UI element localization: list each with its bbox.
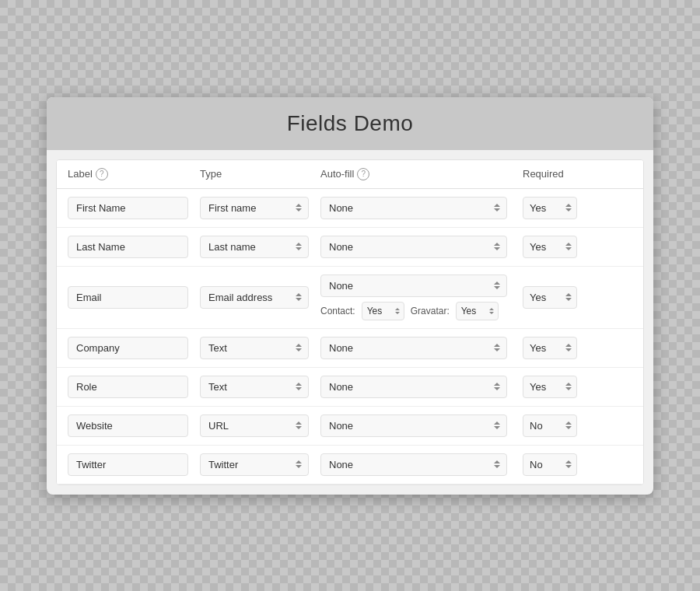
label-cell-company	[68, 337, 200, 359]
autofill-select-website[interactable]: None	[320, 414, 507, 437]
autofill-select-role[interactable]: None	[320, 376, 507, 398]
table-row: First name Last name Email address Text …	[57, 228, 643, 267]
type-select-email[interactable]: First name Last name Email address Text …	[200, 286, 309, 309]
gravatar-select[interactable]: Yes No	[456, 302, 499, 320]
autofill-select-email[interactable]: None	[320, 275, 507, 297]
required-cell-last-name: Yes No	[523, 236, 589, 258]
table-row: First name Last name Email address Text …	[57, 267, 643, 329]
autofill-select-last-name[interactable]: None	[320, 236, 507, 258]
type-cell-first-name: First name Last name Email address Text …	[200, 197, 320, 219]
label-cell-website	[68, 414, 200, 437]
col-header-required: Required	[523, 168, 589, 180]
label-input-company[interactable]	[68, 337, 188, 359]
type-cell-email: First name Last name Email address Text …	[200, 286, 320, 309]
type-cell-last-name: First name Last name Email address Text …	[200, 236, 320, 258]
label-input-website[interactable]	[68, 414, 188, 437]
type-select-website[interactable]: First name Last name Email address Text …	[200, 414, 309, 437]
required-cell-twitter: Yes No	[523, 453, 589, 476]
label-input-twitter[interactable]	[68, 453, 188, 476]
autofill-help-icon[interactable]: ?	[357, 168, 369, 180]
col-header-type: Type	[200, 168, 320, 180]
table-row: First name Last name Email address Text …	[57, 329, 643, 368]
autofill-select-first-name[interactable]: None	[320, 197, 507, 219]
type-select-last-name[interactable]: First name Last name Email address Text …	[200, 236, 309, 258]
type-select-first-name[interactable]: First name Last name Email address Text …	[200, 197, 309, 219]
type-cell-role: First name Last name Email address Text …	[200, 376, 320, 398]
label-input-last-name[interactable]	[68, 236, 188, 258]
autofill-cell-first-name: None	[320, 197, 523, 219]
type-select-twitter[interactable]: First name Last name Email address Text …	[200, 453, 309, 476]
label-cell-first-name	[68, 197, 200, 219]
fields-table: Label ? Type Auto-fill ? Required First …	[56, 159, 644, 485]
autofill-cell-email: None Contact: Yes No Gravatar: Yes No	[320, 275, 523, 320]
required-select-website[interactable]: Yes No	[523, 414, 577, 437]
autofill-cell-twitter: None	[320, 453, 523, 476]
autofill-select-twitter[interactable]: None	[320, 453, 507, 476]
required-select-email[interactable]: Yes No	[523, 286, 577, 309]
fields-demo-window: Fields Demo Label ? Type Auto-fill ? Req…	[47, 97, 653, 495]
required-select-last-name[interactable]: Yes No	[523, 236, 577, 258]
contact-select[interactable]: Yes No	[362, 302, 404, 320]
label-input-email[interactable]	[68, 286, 188, 309]
autofill-cell-website: None	[320, 414, 523, 437]
label-cell-twitter	[68, 453, 200, 476]
window-header: Fields Demo	[47, 97, 653, 150]
type-cell-website: First name Last name Email address Text …	[200, 414, 320, 437]
required-cell-website: Yes No	[523, 414, 589, 437]
label-help-icon[interactable]: ?	[96, 168, 108, 180]
table-row: First name Last name Email address Text …	[57, 368, 643, 407]
col-header-autofill: Auto-fill ?	[320, 168, 523, 180]
required-cell-first-name: Yes No	[523, 197, 589, 219]
label-cell-last-name	[68, 236, 200, 258]
required-select-first-name[interactable]: Yes No	[523, 197, 577, 219]
window-title: Fields Demo	[62, 111, 638, 136]
gravatar-label: Gravatar:	[411, 306, 450, 316]
type-select-role[interactable]: First name Last name Email address Text …	[200, 376, 309, 398]
label-input-role[interactable]	[68, 376, 188, 398]
type-cell-twitter: First name Last name Email address Text …	[200, 453, 320, 476]
required-cell-company: Yes No	[523, 337, 589, 359]
table-row: First name Last name Email address Text …	[57, 407, 643, 446]
label-cell-role	[68, 376, 200, 398]
autofill-cell-company: None	[320, 337, 523, 359]
required-cell-email: Yes No	[523, 286, 589, 309]
type-cell-company: First name Last name Email address Text …	[200, 337, 320, 359]
autofill-select-company[interactable]: None	[320, 337, 507, 359]
autofill-cell-role: None	[320, 376, 523, 398]
required-select-role[interactable]: Yes No	[523, 376, 577, 398]
label-cell-email	[68, 286, 200, 309]
required-cell-role: Yes No	[523, 376, 589, 398]
required-select-company[interactable]: Yes No	[523, 337, 577, 359]
required-select-twitter[interactable]: Yes No	[523, 453, 577, 476]
contact-label: Contact:	[320, 306, 355, 316]
table-row: First name Last name Email address Text …	[57, 446, 643, 484]
email-extra-options: Contact: Yes No Gravatar: Yes No	[320, 297, 523, 320]
label-input-first-name[interactable]	[68, 197, 188, 219]
type-select-company[interactable]: First name Last name Email address Text …	[200, 337, 309, 359]
table-row: First name Last name Email address Text …	[57, 189, 643, 228]
table-header-row: Label ? Type Auto-fill ? Required	[57, 160, 643, 189]
col-header-label: Label ?	[68, 168, 200, 180]
autofill-cell-last-name: None	[320, 236, 523, 258]
